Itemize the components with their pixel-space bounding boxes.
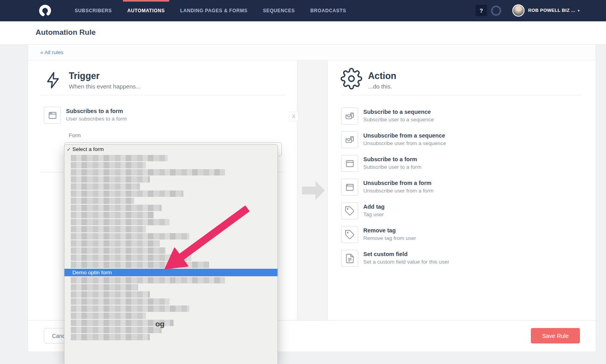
breadcrumb: « All rules [28, 45, 596, 60]
checkmark-icon: ✓ [67, 145, 71, 154]
form-field-label: Form [69, 132, 81, 138]
redacted-option[interactable] [71, 247, 166, 254]
redacted-option[interactable] [71, 262, 209, 268]
redacted-option[interactable] [71, 255, 191, 261]
action-subtitle: Subscribe user to a sequence [363, 117, 434, 123]
selected-trigger-row: Subscribes to a form User subscribes to … [44, 107, 289, 126]
action-title: Unsubscribe from a sequence [363, 132, 445, 139]
account-menu[interactable]: ROB POWELL BIZ ...▾ [528, 8, 580, 13]
trigger-to-action-arrow-icon [302, 180, 327, 201]
redacted-option[interactable] [71, 313, 146, 319]
trigger-heading: Trigger [69, 71, 100, 81]
nav-item-sequences[interactable]: SEQUENCES [259, 0, 299, 21]
nav-item-subscribers[interactable]: SUBSCRIBERS [70, 0, 116, 21]
action-unsubscribe-sequence[interactable]: Unsubscribe from a sequence Unsubscribe … [341, 131, 563, 150]
document-icon [341, 250, 358, 267]
dropdown-option-default[interactable]: ✓ Select a form [64, 145, 278, 154]
trigger-title: Subscribes to a form [66, 108, 123, 114]
redacted-option[interactable] [71, 277, 225, 283]
all-rules-link[interactable]: « All rules [40, 49, 64, 55]
action-subtitle: Subscribe user to a form [363, 164, 421, 170]
redacted-option[interactable] [71, 306, 189, 312]
redacted-option[interactable] [71, 169, 225, 175]
nav-item-broadcasts[interactable]: BROADCASTS [306, 0, 351, 21]
action-subscribe-sequence[interactable]: Subscribe to a sequence Subscribe user t… [341, 108, 563, 126]
redacted-option[interactable] [71, 226, 146, 232]
dropdown-option-label: Select a form [72, 146, 104, 152]
automation-rule-page: SUBSCRIBERS AUTOMATIONS LANDING PAGES & … [0, 0, 606, 364]
action-subscribe-form[interactable]: Subscribe to a form Subscribe user to a … [341, 155, 563, 174]
redacted-option[interactable] [71, 198, 134, 204]
action-add-tag[interactable]: Add tag Tag user [341, 202, 563, 221]
action-title: Unsubscribe from a form [363, 180, 431, 186]
page-title: Automation Rule [36, 28, 96, 37]
account-name: ROB POWELL BIZ ... [528, 8, 575, 13]
action-unsubscribe-form[interactable]: Unsubscribe from a form Unsubscribe user… [341, 179, 563, 198]
action-divider [341, 95, 581, 95]
form-remove-icon [341, 179, 358, 196]
redacted-option[interactable] [71, 219, 170, 225]
sequence-icon [341, 108, 358, 124]
redacted-option[interactable] [71, 233, 189, 240]
chevron-down-icon: ▾ [578, 9, 580, 13]
tag-icon [341, 202, 358, 219]
nav-item-automations[interactable]: AUTOMATIONS [123, 0, 169, 21]
nav-menu: SUBSCRIBERS AUTOMATIONS LANDING PAGES & … [70, 0, 357, 21]
redacted-option[interactable] [71, 284, 138, 290]
action-subtitle: Unsubscribe user from a form [363, 188, 434, 194]
form-select-dropdown: ✓ Select a form Demo optin form og [64, 144, 278, 364]
page-header: Automation Rule [0, 21, 606, 45]
partial-option-text: og [155, 320, 164, 328]
avatar[interactable] [512, 4, 525, 17]
remove-trigger-button[interactable]: X [289, 112, 298, 121]
redacted-options-above [64, 155, 278, 268]
action-subtitle: Tag user [363, 211, 384, 217]
action-subheading: ...do this. [368, 83, 392, 90]
redacted-option[interactable] [71, 155, 168, 161]
redacted-options-below: og [64, 277, 278, 340]
redacted-option[interactable] [71, 162, 146, 168]
redacted-option[interactable] [71, 327, 162, 333]
form-icon [341, 155, 358, 172]
trigger-subheading: When this event happens... [69, 83, 141, 90]
redacted-option[interactable] [71, 291, 150, 298]
action-subtitle: Set a custom field value for this user [363, 259, 449, 265]
redacted-option[interactable] [71, 240, 160, 247]
sequence-remove-icon [341, 131, 358, 148]
redacted-option[interactable] [71, 190, 183, 197]
nav-item-landing-pages-forms[interactable]: LANDING PAGES & FORMS [176, 0, 252, 21]
redacted-option[interactable] [71, 298, 170, 305]
action-subtitle: Unsubscribe user from a sequence [363, 140, 446, 146]
form-icon [44, 107, 61, 124]
loading-ring-icon [491, 6, 501, 16]
help-button[interactable]: ? [476, 5, 487, 16]
action-heading: Action [368, 71, 396, 81]
lightning-bolt-icon [44, 68, 62, 93]
gear-icon [340, 68, 362, 90]
action-remove-tag[interactable]: Remove tag Remove tag from user [341, 226, 563, 245]
action-set-custom-field[interactable]: Set custom field Set a custom field valu… [341, 250, 563, 269]
top-nav: SUBSCRIBERS AUTOMATIONS LANDING PAGES & … [0, 0, 606, 21]
tag-remove-icon [341, 226, 358, 243]
dropdown-option-selected[interactable]: Demo optin form [64, 269, 278, 276]
action-title: Subscribe to a sequence [363, 109, 431, 115]
trigger-subtitle: User subscribes to a form [66, 116, 127, 122]
redacted-option[interactable] [71, 334, 150, 340]
action-title: Subscribe to a form [363, 156, 417, 162]
redacted-option[interactable] [71, 205, 162, 211]
action-title: Add tag [363, 204, 385, 210]
convertkit-logo-icon[interactable] [39, 4, 51, 17]
redacted-option[interactable] [71, 212, 154, 218]
action-title: Set custom field [363, 251, 408, 257]
redacted-option[interactable] [71, 176, 150, 183]
trigger-divider [40, 95, 285, 95]
action-title: Remove tag [363, 227, 396, 234]
save-rule-button[interactable]: Save Rule [531, 328, 580, 343]
redacted-option[interactable] [71, 183, 140, 190]
action-subtitle: Remove tag from user [363, 235, 416, 241]
